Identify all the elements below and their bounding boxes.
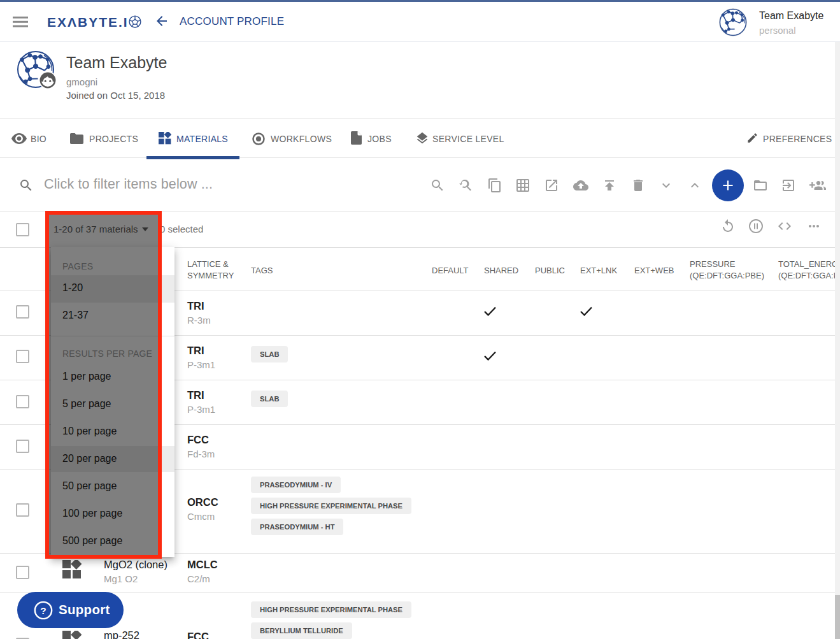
svg-text:?: ? — [40, 605, 46, 616]
